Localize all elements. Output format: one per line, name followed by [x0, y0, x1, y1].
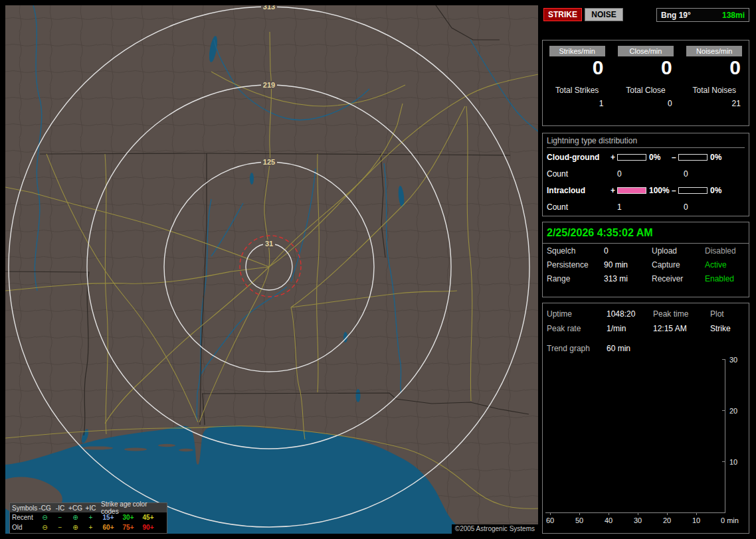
noise-button[interactable]: NOISE: [585, 8, 623, 21]
cloud-ground-count-row: Count 0 0: [543, 167, 749, 181]
y-tick: [722, 410, 725, 411]
plot-value: Strike: [710, 324, 745, 333]
x-tick-label-30: 30: [630, 516, 645, 524]
cg-plus-percent: 0%: [646, 153, 672, 162]
status-panel: Uptime 1048:20 Peak time Plot Peak rate …: [542, 303, 749, 534]
cloud-ground-label: Cloud-ground: [547, 153, 611, 162]
pos-ic-old-icon: +: [83, 524, 98, 531]
x-tick-label-20: 20: [660, 516, 674, 524]
y-tick-label-10: 10: [729, 458, 747, 466]
x-tick: [696, 513, 697, 515]
age-90-label: 90+: [138, 524, 158, 531]
legend-recent-row: Recent ⊖ − ⊕ + 15+ 30+ 45+: [10, 512, 167, 522]
squelch-row: Squelch 0 Upload Disabled: [543, 244, 749, 258]
legend-old-label: Old: [12, 524, 37, 531]
y-tick: [722, 461, 725, 462]
noises-per-min-value: 0: [680, 56, 749, 79]
legend-col-pos-cg: +CG: [68, 504, 83, 512]
ic-plus-count: 1: [611, 202, 677, 212]
x-tick: [579, 513, 580, 515]
age-45-label: 45+: [138, 514, 158, 521]
total-strikes-value: 1: [543, 99, 611, 108]
legend-age-header: Strike age color codes: [98, 501, 165, 515]
total-close-label: Total Close: [611, 86, 680, 95]
trend-chart: 30 20 10 60 50 40 30 20 10 0 min: [543, 355, 749, 533]
legend-old-row: Old ⊖ − ⊕ + 60+ 75+ 90+: [10, 522, 167, 532]
uptime-label: Uptime: [547, 309, 607, 319]
total-close-value: 0: [611, 99, 680, 108]
capture-status: Active: [705, 260, 745, 270]
bearing-panel: Bng 19° 138mi: [656, 8, 749, 22]
divider: [543, 243, 749, 244]
strikes-per-min-button[interactable]: Strikes/min: [549, 46, 605, 56]
map-svg: 313 219 125 31: [5, 5, 538, 534]
minus-sign: –: [672, 186, 678, 195]
strike-button[interactable]: STRIKE: [543, 8, 582, 21]
pos-cg-old-icon: ⊕: [68, 524, 83, 531]
ic-plus-bar: [617, 187, 646, 194]
neg-cg-old-icon: ⊖: [37, 524, 52, 531]
persistence-row: Persistence 90 min Capture Active: [543, 258, 749, 271]
squelch-value: 0: [604, 246, 652, 256]
intracloud-row: Intracloud + 100% – 0%: [543, 183, 749, 198]
y-tick-label-20: 20: [729, 407, 747, 415]
sidebar-top-bar: STRIKE NOISE Bng 19° 138mi: [542, 8, 749, 23]
upload-status: Disabled: [705, 246, 745, 256]
uptime-value: 1048:20: [607, 309, 653, 319]
receiver-label: Receiver: [652, 274, 705, 283]
ic-plus-bar-fill: [618, 188, 646, 193]
x-tick: [550, 513, 551, 515]
close-per-min-button[interactable]: Close/min: [618, 46, 674, 56]
x-axis: [545, 512, 725, 513]
y-tick-label-30: 30: [729, 356, 747, 364]
total-noises-label: Total Noises: [680, 86, 749, 95]
ring-label-125: 125: [263, 158, 275, 166]
trend-graph-row: Trend graph 60 min: [543, 342, 749, 355]
squelch-label: Squelch: [547, 246, 604, 256]
legend-col-neg-ic: -IC: [52, 504, 68, 512]
plus-sign: +: [611, 186, 617, 195]
noises-per-min-button[interactable]: Noises/min: [686, 46, 742, 56]
map-legend: Symbols -CG -IC +CG +IC Strike age color…: [9, 502, 167, 534]
ic-minus-bar: [678, 187, 708, 194]
close-per-min-value: 0: [611, 56, 680, 79]
range-label: Range: [547, 274, 604, 283]
ic-minus-percent: 0%: [708, 186, 733, 195]
plot-label: Plot: [710, 309, 745, 319]
range-row: Range 313 mi Receiver Enabled: [543, 272, 749, 285]
neg-cg-recent-icon: ⊖: [37, 514, 52, 521]
ring-label-31: 31: [265, 240, 273, 248]
legend-col-neg-cg: -CG: [37, 504, 52, 512]
y-tick: [722, 359, 725, 360]
bearing-value: Bng 19°: [661, 11, 691, 20]
ic-count-label: Count: [547, 202, 611, 212]
uptime-row: Uptime 1048:20 Peak time Plot: [543, 307, 749, 321]
app-window: 313 219 125 31 Symbols -CG -IC +CG +IC S…: [0, 0, 756, 539]
peak-rate-row: Peak rate 1/min 12:15 AM Strike: [543, 322, 749, 335]
minus-sign: –: [672, 153, 678, 162]
x-tick-label-60: 60: [543, 516, 557, 524]
date-time-display: 2/25/2026 4:35:02 AM: [547, 227, 745, 239]
strikes-per-min-value: 0: [543, 56, 611, 79]
cg-minus-percent: 0%: [708, 153, 733, 162]
x-tick-label-50: 50: [572, 516, 587, 524]
copyright-notice: ©2005 Astrogenic Systems: [452, 524, 538, 534]
x-tick: [609, 513, 609, 515]
trend-graph-value: 60 min: [607, 344, 653, 353]
cg-minus-count: 0: [677, 169, 743, 179]
ring-label-313: 313: [263, 5, 275, 11]
cg-minus-bar: [678, 154, 708, 161]
age-75-label: 75+: [118, 524, 138, 531]
upload-label: Upload: [652, 246, 705, 256]
strikes-column: Strikes/min 0 Total Strikes 1: [543, 40, 611, 125]
total-noises-value: 21: [680, 99, 749, 108]
x-tick: [638, 513, 638, 515]
peak-rate-value: 1/min: [607, 324, 653, 333]
x-tick-label-10: 10: [689, 516, 704, 524]
range-value: 313 mi: [604, 274, 652, 283]
age-30-label: 30+: [118, 514, 138, 521]
cloud-ground-row: Cloud-ground + 0% – 0%: [543, 150, 749, 165]
x-tick-label-40: 40: [601, 516, 616, 524]
clock-settings-panel: 2/25/2026 4:35:02 AM Squelch 0 Upload Di…: [542, 222, 749, 297]
peak-time-label: Peak time: [653, 309, 710, 319]
